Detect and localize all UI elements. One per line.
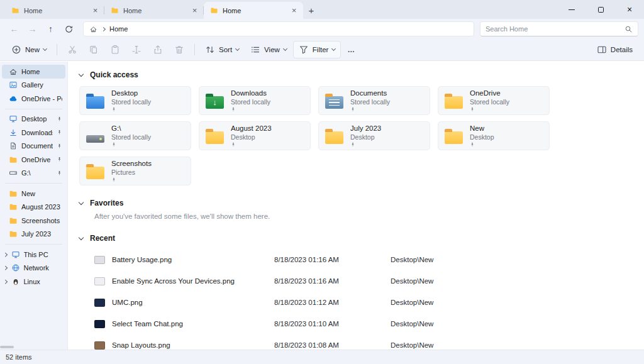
view-button[interactable]: View	[245, 41, 292, 58]
tab-title: Home	[123, 7, 185, 14]
forward-button[interactable]	[24, 21, 41, 37]
sidebar-divider	[5, 183, 62, 184]
navigation-pane: Home Gallery OneDrive - Persona Desktop	[0, 62, 68, 350]
recent-file-row[interactable]: Battery Usage.png 8/18/2023 01:16 AM Des…	[79, 249, 644, 270]
recent-file-row[interactable]: Enable Sync Across Your Devices.png 8/18…	[79, 270, 644, 292]
rename-button[interactable]	[126, 41, 147, 58]
sidebar-item[interactable]: OneDrive - Persona	[2, 92, 65, 106]
folder-icon	[9, 229, 18, 238]
file-thumbnail-icon	[94, 277, 105, 285]
sidebar-item[interactable]: Downloads	[2, 126, 65, 140]
sidebar-item[interactable]: Desktop	[2, 113, 65, 126]
card-subtitle: Pictures	[111, 168, 152, 177]
up-button[interactable]	[42, 21, 59, 37]
cut-button[interactable]	[62, 41, 82, 58]
sidebar-item[interactable]: G:\	[2, 167, 65, 180]
card-text: Desktop Stored locally	[111, 89, 151, 111]
sidebar-item[interactable]: July 2023	[2, 228, 65, 241]
minimize-button[interactable]	[557, 0, 586, 19]
sidebar-item[interactable]: Gallery	[2, 79, 65, 92]
chevron-down-icon[interactable]	[79, 234, 84, 240]
delete-button[interactable]	[169, 41, 189, 58]
folder-icon	[11, 6, 19, 14]
file-location: Desktop\New	[391, 277, 433, 285]
folder-icon	[206, 131, 224, 144]
quick-access-card[interactable]: New Desktop	[438, 121, 550, 150]
filter-button[interactable]: Filter	[293, 41, 341, 58]
search-icon	[625, 25, 633, 33]
sidebar-item[interactable]: August 2023	[2, 201, 65, 214]
arrow-right-icon	[28, 24, 37, 34]
pin-icon	[111, 177, 116, 182]
sidebar-item[interactable]: Home	[2, 65, 65, 79]
sidebar-group-top: Home Gallery OneDrive - Persona	[0, 65, 67, 106]
explorer-tab[interactable]: Home	[5, 2, 104, 19]
chevron-down-icon[interactable]	[79, 71, 84, 76]
close-button[interactable]	[615, 0, 644, 19]
download-icon	[9, 128, 18, 137]
explorer-tab[interactable]: Home	[204, 2, 303, 19]
new-tab-button[interactable]	[303, 2, 319, 18]
recent-file-row[interactable]: UMC.png 8/18/2023 01:12 AM Desktop\New	[79, 292, 644, 313]
new-button[interactable]: New	[6, 41, 52, 58]
quick-access-header[interactable]: Quick access	[79, 67, 644, 82]
titlebar: Home Home Home	[0, 0, 644, 19]
quick-access-card[interactable]: Desktop Stored locally	[79, 86, 191, 115]
tab-close-icon[interactable]	[189, 5, 200, 16]
recent-header[interactable]: Recent	[79, 231, 644, 246]
drive-icon	[86, 135, 104, 143]
tab-close-icon[interactable]	[90, 5, 101, 16]
file-name: Snap Layouts.png	[112, 341, 274, 349]
folder-icon	[86, 167, 104, 179]
card-text: Screenshots Pictures	[111, 160, 152, 182]
address-bar[interactable]: Home	[83, 21, 474, 36]
chevron-right-icon[interactable]	[3, 266, 7, 270]
back-button[interactable]	[6, 21, 23, 37]
maximize-icon	[598, 7, 604, 13]
chevron-down-icon[interactable]	[79, 199, 84, 204]
file-date: 8/18/2023 01:16 AM	[274, 277, 391, 285]
sidebar-item[interactable]: Documents	[2, 140, 65, 153]
quick-access-card[interactable]: Documents Stored locally	[318, 86, 430, 115]
horizontal-scrollbar[interactable]	[0, 346, 14, 348]
sidebar-item[interactable]: This PC	[2, 248, 65, 262]
scissors-icon	[67, 45, 77, 55]
copy-icon	[89, 45, 99, 55]
sidebar-item[interactable]: Screenshots	[2, 214, 65, 228]
share-button[interactable]	[148, 41, 168, 58]
chevron-right-icon[interactable]	[3, 253, 7, 256]
tab-close-icon[interactable]	[289, 5, 299, 16]
refresh-button[interactable]	[60, 21, 77, 37]
card-name: OneDrive	[470, 89, 509, 98]
sidebar-item[interactable]: Network	[2, 262, 65, 275]
folder-icon	[325, 131, 343, 144]
sidebar-item[interactable]: OneDrive	[2, 153, 65, 167]
documents-icon	[325, 96, 343, 109]
details-pane-button[interactable]: Details	[592, 41, 638, 58]
sort-button[interactable]: Sort	[200, 41, 244, 58]
quick-access-card[interactable]: OneDrive Stored locally	[438, 86, 550, 115]
search-box[interactable]	[480, 21, 638, 36]
funnel-icon	[299, 45, 309, 55]
quick-access-card[interactable]: Downloads Stored locally	[199, 86, 311, 115]
trash-icon	[174, 45, 184, 55]
chevron-right-icon[interactable]	[3, 280, 7, 284]
copy-button[interactable]	[84, 41, 104, 58]
quick-access-card[interactable]: G:\ Stored locally	[79, 121, 191, 150]
sidebar-item[interactable]: New	[2, 187, 65, 201]
recent-file-row[interactable]: Select Team Chat.png 8/18/2023 01:10 AM …	[79, 313, 644, 334]
breadcrumb[interactable]: Home	[109, 25, 128, 33]
explorer-tab[interactable]: Home	[104, 2, 204, 19]
file-date: 8/18/2023 01:16 AM	[274, 256, 391, 263]
paste-button[interactable]	[105, 41, 125, 58]
favorites-header[interactable]: Favorites	[79, 196, 644, 211]
sidebar-item[interactable]: Linux	[2, 275, 65, 289]
search-input[interactable]	[486, 25, 621, 33]
more-options-button[interactable]: …	[342, 41, 360, 58]
sidebar-item-label: August 2023	[21, 203, 62, 211]
recent-file-row[interactable]: Snap Layouts.png 8/18/2023 01:08 AM Desk…	[79, 334, 644, 350]
maximize-button[interactable]	[586, 0, 615, 19]
quick-access-card[interactable]: August 2023 Desktop	[199, 121, 311, 150]
quick-access-card[interactable]: July 2023 Desktop	[318, 121, 430, 150]
quick-access-card[interactable]: Screenshots Pictures	[79, 157, 191, 185]
